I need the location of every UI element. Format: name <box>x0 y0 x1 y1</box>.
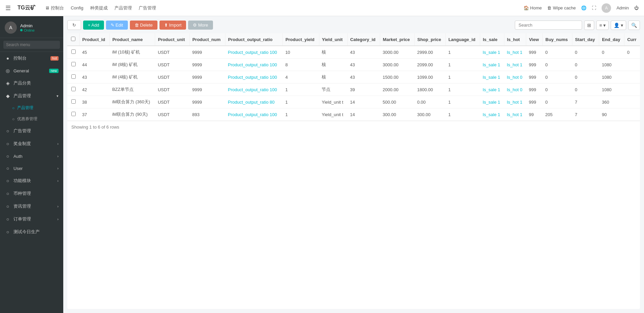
cell-num: 9999 <box>189 83 225 96</box>
nav-link-ad[interactable]: 广告管理 <box>139 5 156 11</box>
search-icon[interactable]: 🔍 <box>628 21 640 30</box>
module-icon: ○ <box>5 178 11 183</box>
nav-language[interactable]: 🌐 <box>581 5 586 10</box>
cell-is-hot[interactable]: Is_hot 1 <box>504 96 526 108</box>
nav-link-dashboard[interactable]: 🖥 控制台 <box>45 5 64 11</box>
import-button[interactable]: ⬆ Import <box>159 21 186 30</box>
cell-is-hot[interactable]: Is_hot 0 <box>504 83 526 96</box>
search-input[interactable] <box>515 21 582 30</box>
cell-view: 999 <box>526 59 543 71</box>
th-category-id: Category_id <box>347 33 380 46</box>
row-checkbox[interactable] <box>71 49 76 54</box>
cell-yield-unit: Yield_unit t <box>319 108 347 121</box>
nav-fullscreen[interactable]: ⛶ <box>592 5 596 10</box>
cell-num: 9999 <box>189 59 225 71</box>
sidebar-item-currency[interactable]: ○ 币种管理 <box>0 187 63 200</box>
cell-id: 44 <box>79 59 109 71</box>
table-row: 37 iM联合算力 (90天) USDT 893 Product_output_… <box>67 108 640 121</box>
cell-view: 999 <box>526 96 543 108</box>
auth-icon: ○ <box>5 153 11 159</box>
edit-button[interactable]: ✎ Edit <box>106 21 128 30</box>
cell-start-day: 0 <box>572 83 599 96</box>
nav-link-product[interactable]: 产品管理 <box>114 5 132 11</box>
cell-is-sale[interactable]: Is_sale 1 <box>480 108 504 121</box>
category-icon: ◈ <box>5 80 11 86</box>
th-start-day: Start_day <box>572 33 599 46</box>
row-checkbox-cell <box>67 71 79 83</box>
cell-is-sale[interactable]: Is_sale 1 <box>480 71 504 83</box>
delete-button[interactable]: 🗑 Delete <box>130 21 157 30</box>
row-checkbox-cell <box>67 96 79 108</box>
row-checkbox[interactable] <box>71 112 76 116</box>
row-checkbox[interactable] <box>71 87 76 91</box>
th-product-output-ratio: Product_output_ratio <box>225 33 283 46</box>
table-row: 44 iM (8核) 矿机 USDT 9999 Product_output_r… <box>67 59 640 71</box>
cell-is-hot[interactable]: Is_hot 1 <box>504 46 526 59</box>
table-body: 45 iM (10核) 矿机 USDT 9999 Product_output_… <box>67 46 640 121</box>
select-all-checkbox[interactable] <box>71 37 75 41</box>
nav-home[interactable]: 🏠 Home <box>524 5 542 10</box>
test-icon: ○ <box>5 229 11 235</box>
cell-name: iM联合算力 (360天) <box>109 96 155 108</box>
main-content: ↻ + Add ✎ Edit 🗑 Delete ⬆ Import ⚙ More … <box>63 16 644 313</box>
sidebar-item-auth[interactable]: ○ Auth › <box>0 150 63 162</box>
sub-icon: ○ <box>12 117 14 121</box>
user-icon: ○ <box>5 166 11 171</box>
sidebar-item-ad[interactable]: ○ 广告管理 <box>0 125 63 137</box>
row-checkbox[interactable] <box>71 62 76 66</box>
cell-is-sale[interactable]: Is_sale 1 <box>480 96 504 108</box>
cell-language-id: 1 <box>445 83 480 96</box>
more-button[interactable]: ⚙ More <box>188 21 213 30</box>
nav-wipe-cache[interactable]: 🗑 Wipe cache <box>547 5 576 10</box>
cell-num: 9999 <box>189 71 225 83</box>
th-product-unit: Product_unit <box>155 33 189 46</box>
logout-icon[interactable]: ⏻ <box>634 5 639 10</box>
cell-is-hot[interactable]: Is_hot 0 <box>504 71 526 83</box>
cell-buy-nums: 0 <box>543 59 572 71</box>
cell-num: 9999 <box>189 46 225 59</box>
cell-is-sale[interactable]: Is_sale 1 <box>480 83 504 96</box>
cell-shop-price: 0.00 <box>415 96 445 108</box>
list-view-icon[interactable]: ≡ ▾ <box>596 21 609 30</box>
sidebar-item-dashboard[interactable]: ● 控制台 hot <box>0 52 63 65</box>
cell-is-hot[interactable]: Is_hot 1 <box>504 59 526 71</box>
sidebar-item-coupon[interactable]: ○ 优惠券管理 <box>0 113 63 125</box>
cell-output-ratio[interactable]: Product_output_ratio 100 <box>225 108 283 121</box>
cell-output-ratio[interactable]: Product_output_ratio 100 <box>225 83 283 96</box>
columns-icon[interactable]: 👤 ▾ <box>611 21 626 30</box>
nav-link-config[interactable]: Config <box>71 5 83 10</box>
row-checkbox-cell <box>67 46 79 59</box>
cell-is-hot[interactable]: Is_hot 1 <box>504 108 526 121</box>
sidebar-item-test[interactable]: ○ 测试今日生产 <box>0 225 63 238</box>
refresh-button[interactable]: ↻ <box>67 20 81 30</box>
cell-is-sale[interactable]: Is_sale 1 <box>480 59 504 71</box>
sidebar-search-input[interactable] <box>3 41 60 49</box>
th-yield-unit: Yield_unit <box>319 33 347 46</box>
cell-output-ratio[interactable]: Product_output_ratio 80 <box>225 96 283 108</box>
sidebar-item-general[interactable]: ◎ General new <box>0 65 63 77</box>
sidebar-item-product-mgmt-parent[interactable]: ◆ 产品管理 ▾ <box>0 90 63 102</box>
sidebar-item-user[interactable]: ○ User › <box>0 162 63 174</box>
grid-view-icon[interactable]: ⊞ <box>584 21 594 30</box>
main-layout: A Admin Online ● 控制台 hot ◎ General new <box>0 16 644 313</box>
sidebar-item-orders[interactable]: ○ 订单管理 › <box>0 213 63 225</box>
row-checkbox[interactable] <box>71 74 76 79</box>
sidebar-item-product-category[interactable]: ◈ 产品分类 <box>0 77 63 90</box>
admin-label[interactable]: Admin <box>616 5 629 10</box>
sidebar-item-module[interactable]: ○ 功能模块 › <box>0 174 63 187</box>
cell-is-sale[interactable]: Is_sale 1 <box>480 46 504 59</box>
sidebar-item-news[interactable]: ○ 资讯管理 › <box>0 200 63 213</box>
chevron-icon: › <box>57 142 59 146</box>
cell-output-ratio[interactable]: Product_output_ratio 100 <box>225 71 283 83</box>
sidebar-item-bonus[interactable]: ○ 奖金制度 › <box>0 137 63 150</box>
cell-name: iM联合算力 (90天) <box>109 108 155 121</box>
add-button[interactable]: + Add <box>83 21 104 30</box>
sidebar-item-product-mgmt[interactable]: ○ 产品管理 <box>0 102 63 113</box>
menu-toggle-icon[interactable]: ☰ <box>5 4 11 12</box>
cell-category-id: 43 <box>347 71 380 83</box>
row-checkbox[interactable] <box>71 99 76 104</box>
cell-output-ratio[interactable]: Product_output_ratio 100 <box>225 59 283 71</box>
cell-shop-price: 1800.00 <box>415 83 445 96</box>
nav-link-category[interactable]: 种类提成 <box>90 5 108 11</box>
cell-output-ratio[interactable]: Product_output_ratio 100 <box>225 46 283 59</box>
